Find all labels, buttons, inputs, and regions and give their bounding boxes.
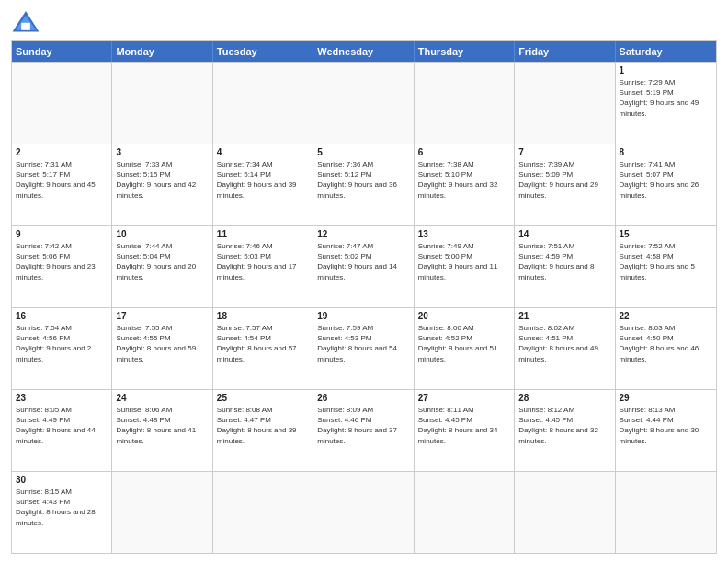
cal-cell: 26Sunrise: 8:09 AM Sunset: 4:46 PM Dayli… (313, 390, 414, 471)
cell-date: 27 (418, 393, 510, 403)
cell-date: 14 (518, 229, 610, 239)
cell-info: Sunrise: 8:06 AM Sunset: 4:48 PM Dayligh… (116, 405, 208, 446)
cell-date: 3 (116, 147, 208, 157)
cell-date: 21 (518, 311, 610, 321)
cell-date: 7 (518, 147, 610, 157)
cell-info: Sunrise: 7:49 AM Sunset: 5:00 PM Dayligh… (418, 241, 510, 282)
cell-date: 29 (620, 393, 712, 403)
header-day-thursday: Thursday (415, 41, 515, 62)
cell-info: Sunrise: 7:57 AM Sunset: 4:54 PM Dayligh… (217, 323, 309, 364)
cell-info: Sunrise: 7:31 AM Sunset: 5:17 PM Dayligh… (16, 159, 108, 201)
cell-info: Sunrise: 7:33 AM Sunset: 5:15 PM Dayligh… (116, 159, 208, 201)
cal-cell (313, 63, 414, 144)
week-row-0: 1Sunrise: 7:29 AM Sunset: 5:19 PM Daylig… (12, 62, 716, 144)
cal-cell: 7Sunrise: 7:39 AM Sunset: 5:09 PM Daylig… (515, 144, 615, 225)
header-day-saturday: Saturday (616, 41, 716, 62)
header-day-friday: Friday (515, 41, 615, 62)
cell-info: Sunrise: 8:00 AM Sunset: 4:52 PM Dayligh… (418, 323, 510, 364)
calendar: SundayMondayTuesdayWednesdayThursdayFrid… (11, 40, 717, 554)
cell-date: 13 (418, 229, 510, 239)
cell-info: Sunrise: 7:51 AM Sunset: 4:59 PM Dayligh… (518, 241, 610, 282)
calendar-body: 1Sunrise: 7:29 AM Sunset: 5:19 PM Daylig… (12, 62, 716, 553)
header-day-wednesday: Wednesday (313, 41, 414, 62)
cal-cell (415, 472, 515, 553)
cell-date: 22 (620, 311, 712, 321)
cell-date: 24 (116, 393, 208, 403)
cal-cell: 5Sunrise: 7:36 AM Sunset: 5:12 PM Daylig… (313, 144, 414, 225)
page: SundayMondayTuesdayWednesdayThursdayFrid… (0, 0, 728, 563)
week-row-5: 30Sunrise: 8:15 AM Sunset: 4:43 PM Dayli… (12, 471, 716, 553)
cell-info: Sunrise: 7:41 AM Sunset: 5:07 PM Dayligh… (620, 159, 712, 201)
cell-info: Sunrise: 7:52 AM Sunset: 4:58 PM Dayligh… (620, 241, 712, 282)
calendar-header: SundayMondayTuesdayWednesdayThursdayFrid… (12, 41, 716, 62)
cal-cell (213, 472, 313, 553)
cal-cell: 28Sunrise: 8:12 AM Sunset: 4:45 PM Dayli… (515, 390, 615, 471)
cell-date: 6 (418, 147, 510, 157)
cell-info: Sunrise: 7:54 AM Sunset: 4:56 PM Dayligh… (16, 323, 108, 364)
week-row-2: 9Sunrise: 7:42 AM Sunset: 5:06 PM Daylig… (12, 225, 716, 307)
cell-date: 1 (620, 65, 712, 75)
cal-cell (313, 472, 414, 553)
cell-info: Sunrise: 7:39 AM Sunset: 5:09 PM Dayligh… (518, 159, 610, 201)
cell-info: Sunrise: 8:12 AM Sunset: 4:45 PM Dayligh… (518, 405, 610, 446)
cell-info: Sunrise: 8:15 AM Sunset: 4:43 PM Dayligh… (16, 487, 108, 528)
cell-info: Sunrise: 8:11 AM Sunset: 4:45 PM Dayligh… (418, 405, 510, 446)
header-day-monday: Monday (112, 41, 212, 62)
cell-date: 2 (16, 147, 108, 157)
cal-cell: 23Sunrise: 8:05 AM Sunset: 4:49 PM Dayli… (12, 390, 112, 471)
cal-cell: 3Sunrise: 7:33 AM Sunset: 5:15 PM Daylig… (112, 144, 212, 225)
cell-info: Sunrise: 7:34 AM Sunset: 5:14 PM Dayligh… (217, 159, 309, 201)
logo (11, 9, 44, 35)
week-row-4: 23Sunrise: 8:05 AM Sunset: 4:49 PM Dayli… (12, 389, 716, 471)
cell-info: Sunrise: 8:02 AM Sunset: 4:51 PM Dayligh… (518, 323, 610, 364)
cell-date: 8 (620, 147, 712, 157)
cal-cell (515, 472, 615, 553)
cell-info: Sunrise: 7:47 AM Sunset: 5:02 PM Dayligh… (317, 241, 409, 282)
cell-date: 10 (116, 229, 208, 239)
cell-info: Sunrise: 7:38 AM Sunset: 5:10 PM Dayligh… (418, 159, 510, 201)
cal-cell: 8Sunrise: 7:41 AM Sunset: 5:07 PM Daylig… (616, 144, 716, 225)
cal-cell (112, 472, 212, 553)
cal-cell: 12Sunrise: 7:47 AM Sunset: 5:02 PM Dayli… (313, 226, 414, 307)
cal-cell (616, 472, 716, 553)
cell-info: Sunrise: 7:59 AM Sunset: 4:53 PM Dayligh… (317, 323, 409, 364)
cell-info: Sunrise: 8:08 AM Sunset: 4:47 PM Dayligh… (217, 405, 309, 446)
header (11, 9, 717, 35)
cal-cell: 25Sunrise: 8:08 AM Sunset: 4:47 PM Dayli… (213, 390, 313, 471)
cal-cell (515, 63, 615, 144)
cell-info: Sunrise: 8:13 AM Sunset: 4:44 PM Dayligh… (620, 405, 712, 446)
cell-info: Sunrise: 8:03 AM Sunset: 4:50 PM Dayligh… (620, 323, 712, 364)
cal-cell: 4Sunrise: 7:34 AM Sunset: 5:14 PM Daylig… (213, 144, 313, 225)
header-day-sunday: Sunday (12, 41, 112, 62)
cal-cell: 22Sunrise: 8:03 AM Sunset: 4:50 PM Dayli… (616, 308, 716, 389)
cell-info: Sunrise: 7:46 AM Sunset: 5:03 PM Dayligh… (217, 241, 309, 282)
cal-cell: 14Sunrise: 7:51 AM Sunset: 4:59 PM Dayli… (515, 226, 615, 307)
cal-cell (12, 63, 112, 144)
cell-date: 19 (317, 311, 409, 321)
cal-cell: 29Sunrise: 8:13 AM Sunset: 4:44 PM Dayli… (616, 390, 716, 471)
cal-cell: 2Sunrise: 7:31 AM Sunset: 5:17 PM Daylig… (12, 144, 112, 225)
cell-info: Sunrise: 8:09 AM Sunset: 4:46 PM Dayligh… (317, 405, 409, 446)
cal-cell: 13Sunrise: 7:49 AM Sunset: 5:00 PM Dayli… (415, 226, 515, 307)
cell-date: 4 (217, 147, 309, 157)
cell-date: 30 (16, 475, 108, 485)
cell-date: 17 (116, 311, 208, 321)
cal-cell: 24Sunrise: 8:06 AM Sunset: 4:48 PM Dayli… (112, 390, 212, 471)
cell-date: 26 (317, 393, 409, 403)
cal-cell: 9Sunrise: 7:42 AM Sunset: 5:06 PM Daylig… (12, 226, 112, 307)
cell-date: 28 (518, 393, 610, 403)
cal-cell: 1Sunrise: 7:29 AM Sunset: 5:19 PM Daylig… (616, 63, 716, 144)
cal-cell: 17Sunrise: 7:55 AM Sunset: 4:55 PM Dayli… (112, 308, 212, 389)
cal-cell: 30Sunrise: 8:15 AM Sunset: 4:43 PM Dayli… (12, 472, 112, 553)
cell-date: 23 (16, 393, 108, 403)
cell-date: 9 (16, 229, 108, 239)
cal-cell: 15Sunrise: 7:52 AM Sunset: 4:58 PM Dayli… (616, 226, 716, 307)
cell-date: 20 (418, 311, 510, 321)
cell-date: 16 (16, 311, 108, 321)
cal-cell (415, 63, 515, 144)
cal-cell: 18Sunrise: 7:57 AM Sunset: 4:54 PM Dayli… (213, 308, 313, 389)
cal-cell (112, 63, 212, 144)
cal-cell: 27Sunrise: 8:11 AM Sunset: 4:45 PM Dayli… (415, 390, 515, 471)
cal-cell: 19Sunrise: 7:59 AM Sunset: 4:53 PM Dayli… (313, 308, 414, 389)
cal-cell: 10Sunrise: 7:44 AM Sunset: 5:04 PM Dayli… (112, 226, 212, 307)
